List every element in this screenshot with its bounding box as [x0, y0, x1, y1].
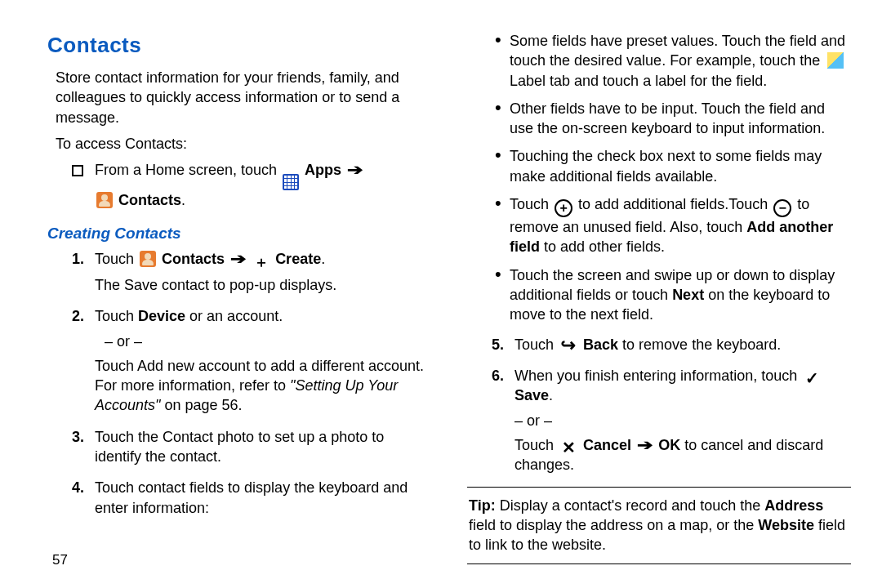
list-item: Some fields have preset values. Touch th…: [495, 31, 851, 91]
website-label: Website: [758, 517, 814, 533]
text: field to display the address on a map, o…: [469, 517, 758, 533]
arrow-icon: ➔: [230, 249, 247, 269]
contacts-label: Contacts: [118, 192, 181, 208]
cancel-icon: [559, 440, 577, 455]
step-5: Touch Back to remove the keyboard.: [492, 335, 851, 354]
access-step: From a Home screen, touch Apps ➔ Contact…: [72, 160, 431, 210]
step1-line2: The Save contact to pop-up displays.: [95, 275, 431, 295]
step-4: Touch contact fields to display the keyb…: [72, 478, 431, 518]
text: .: [549, 387, 553, 403]
step-3: Touch the Contact photo to set up a phot…: [72, 427, 431, 467]
apps-label: Apps: [305, 162, 341, 178]
ok-label: OK: [658, 437, 680, 453]
cancel-label: Cancel: [583, 437, 631, 453]
step-2: Touch Device or an account. – or – Touch…: [72, 306, 431, 415]
label-swatch-icon: [827, 52, 844, 69]
step2-more: Touch Add new account to add a different…: [95, 356, 431, 416]
save-label: Save: [514, 387, 549, 403]
subheading: Creating Contacts: [47, 223, 431, 244]
text: to remove the keyboard.: [618, 336, 781, 353]
back-label: Back: [583, 336, 618, 353]
step-6: When you finish entering information, to…: [492, 366, 851, 475]
access-lead: To access Contacts:: [56, 134, 431, 154]
apps-icon: [283, 174, 299, 190]
text: to add other fields.: [540, 238, 665, 255]
left-column: Contacts Store contact information for y…: [47, 31, 431, 564]
text: Touch: [514, 437, 558, 453]
or-separator: – or –: [514, 411, 851, 430]
next-label: Next: [672, 287, 704, 303]
contacts-label: Contacts: [162, 251, 225, 267]
text: Some fields have preset values. Touch th…: [510, 33, 845, 69]
page-title: Contacts: [47, 31, 431, 60]
text: to add additional fields.Touch: [574, 196, 772, 212]
list-item: Touch the screen and swipe up or down to…: [495, 265, 851, 325]
plus-icon: ＋: [253, 254, 270, 270]
circle-minus-icon: −: [773, 199, 791, 217]
create-label: Create: [275, 251, 321, 267]
text: Label tab and touch a label for the fiel…: [510, 73, 767, 89]
text: Touch: [95, 251, 138, 267]
list-item: Touching the check box next to some fiel…: [495, 146, 851, 186]
tip-label: Tip:: [469, 497, 496, 514]
right-column: Some fields have preset values. Touch th…: [467, 31, 851, 564]
text: From a Home screen, touch: [95, 162, 281, 178]
list-item: Touch + to add additional fields.Touch −…: [495, 194, 851, 257]
contacts-icon: [96, 192, 113, 208]
or-separator: – or –: [105, 332, 431, 351]
back-icon: [559, 339, 577, 354]
intro-text: Store contact information for your frien…: [56, 68, 431, 127]
text: Touch: [510, 196, 553, 212]
text: on page 56.: [160, 397, 242, 413]
text: .: [321, 251, 325, 267]
text: Touch: [514, 336, 558, 353]
field-notes-list: Some fields have preset values. Touch th…: [495, 31, 851, 325]
text: or an account.: [185, 308, 283, 324]
contacts-icon: [140, 251, 156, 267]
arrow-icon: ➔: [347, 160, 363, 180]
text: When you finish entering information, to…: [514, 368, 801, 384]
tip-block: Tip: Display a contact's record and touc…: [467, 487, 851, 564]
step6-alt: Touch Cancel ➔ OK to cancel and discard …: [514, 435, 851, 475]
step-1: Touch Contacts ➔ ＋ Create. The Save cont…: [72, 249, 431, 295]
steps-list-left: Touch Contacts ➔ ＋ Create. The Save cont…: [47, 249, 431, 518]
check-icon: [803, 371, 821, 385]
text: Display a contact's record and touch the: [496, 497, 765, 514]
arrow-icon: ➔: [637, 435, 653, 455]
list-item: Other fields have to be input. Touch the…: [495, 99, 851, 139]
steps-list-right: Touch Back to remove the keyboard. When …: [467, 335, 851, 475]
text: Touch: [95, 308, 138, 324]
address-label: Address: [764, 497, 823, 514]
text: .: [181, 192, 185, 208]
page-number: 57: [52, 551, 68, 570]
device-label: Device: [138, 308, 185, 324]
circle-plus-icon: +: [555, 199, 572, 217]
